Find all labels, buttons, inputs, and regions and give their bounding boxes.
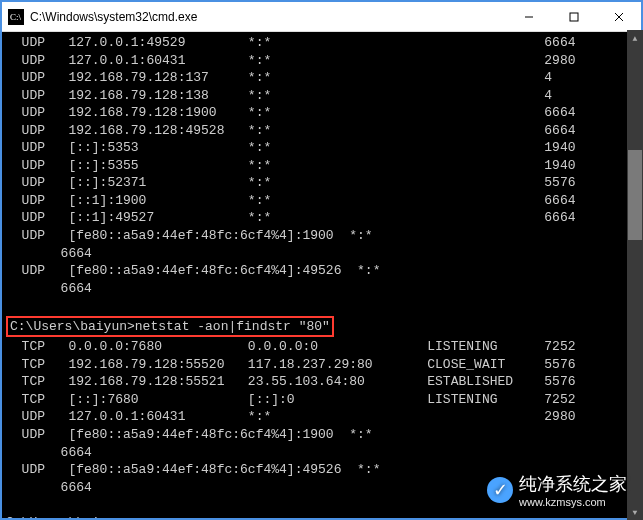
close-button[interactable] — [596, 2, 641, 31]
command-prompt-highlighted: C:\Users\baiyun>netstat -aon|findstr "80… — [6, 316, 334, 338]
cursor: _ — [131, 515, 139, 518]
cmd-icon: C:\ — [8, 9, 24, 25]
svg-text:C:\: C:\ — [10, 12, 22, 22]
titlebar[interactable]: C:\ C:\Windows\system32\cmd.exe — [2, 2, 641, 32]
scrollbar-thumb[interactable] — [628, 150, 642, 240]
svg-rect-3 — [570, 13, 578, 21]
scroll-up-button[interactable]: ▲ — [627, 30, 643, 46]
minimize-button[interactable] — [506, 2, 551, 31]
vertical-scrollbar[interactable]: ▲ ▼ — [627, 30, 643, 520]
cmd-window: C:\ C:\Windows\system32\cmd.exe UDP 127.… — [0, 0, 643, 520]
scroll-down-button[interactable]: ▼ — [627, 504, 643, 520]
maximize-button[interactable] — [551, 2, 596, 31]
terminal-output[interactable]: UDP 127.0.0.1:49529 *:* 6664 UDP 127.0.0… — [2, 32, 641, 518]
window-controls — [506, 2, 641, 31]
window-title: C:\Windows\system32\cmd.exe — [30, 10, 506, 24]
